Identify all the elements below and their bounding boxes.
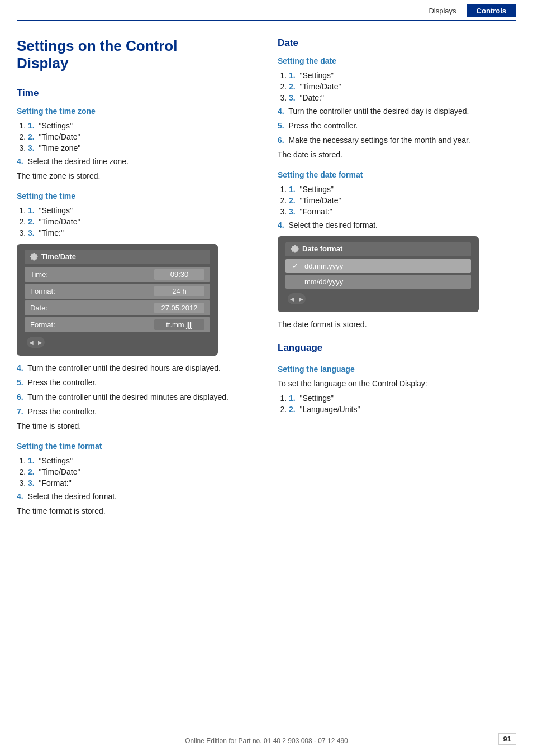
timezone-step4: 4. Select the desired time zone. xyxy=(17,157,255,166)
controller-knob-area-2: ◀ ▶ xyxy=(285,293,471,304)
settime-note: The time is stored. xyxy=(17,422,255,430)
screen-row-time: Time: 09:30 xyxy=(25,267,210,282)
list-item: 2. "Time/Date" xyxy=(28,217,255,226)
dateformat-screen-titlebar: Date format xyxy=(285,242,471,256)
gear-icon xyxy=(291,245,299,253)
top-navigation: Displays Controls xyxy=(17,0,516,21)
setdate-step4: 4. Turn the controller until the desired… xyxy=(278,107,516,116)
arrow-right-icon: ▶ xyxy=(38,339,42,346)
list-item: 1. "Settings" xyxy=(28,456,255,465)
timezone-note: The time zone is stored. xyxy=(17,171,255,180)
list-item: 1. "Settings" xyxy=(289,394,516,403)
list-item: 3. "Date:" xyxy=(289,93,516,102)
settime-step4: 4. Turn the controller until the desired… xyxy=(17,363,255,372)
list-item: 2. "Time/Date" xyxy=(289,82,516,91)
settime-step5: 5. Press the controller. xyxy=(17,378,255,387)
left-column: Settings on the Control Display Time Set… xyxy=(17,37,255,521)
right-column: Date Setting the date 1. "Settings" 2. "… xyxy=(278,37,516,521)
dateformat-steps: 1. "Settings" 2. "Time/Date" 3. "Format:… xyxy=(289,185,516,216)
main-content: Settings on the Control Display Time Set… xyxy=(0,21,533,554)
list-item: 2. "Language/Units" xyxy=(289,405,516,414)
timedate-screen: Time/Date Time: 09:30 Format: 24 h Date:… xyxy=(17,244,218,356)
checkmark-icon: ✓ xyxy=(292,262,300,270)
list-item: 3. "Time:" xyxy=(28,228,255,237)
screen-row-dateformat: Format: tt.mm.jjjj xyxy=(25,317,210,332)
section-date: Date xyxy=(278,37,516,49)
arrow-left-icon: ◀ xyxy=(29,339,34,346)
dateformat-step4: 4. Select the desired format. xyxy=(278,221,516,229)
checkmark-icon-empty xyxy=(292,277,300,286)
list-item: 2. "Time/Date" xyxy=(28,467,255,476)
list-item: 3. "Time zone" xyxy=(28,143,255,152)
tab-controls[interactable]: Controls xyxy=(467,4,516,17)
controller-knob-area: ◀ ▶ xyxy=(25,337,210,348)
list-item: 1. "Settings" xyxy=(28,121,255,130)
list-item: 2. "Time/Date" xyxy=(28,132,255,141)
setlang-steps: 1. "Settings" 2. "Language/Units" xyxy=(289,394,516,414)
subsection-setdate: Setting the date xyxy=(278,56,516,65)
screen-row-format: Format: 24 h xyxy=(25,284,210,299)
subsection-setlang: Setting the language xyxy=(278,365,516,374)
timeformat-note: The time format is stored. xyxy=(17,506,255,515)
list-item: 3. "Format:" xyxy=(28,479,255,487)
setlang-intro: To set the language on the Control Displ… xyxy=(278,379,516,388)
gear-icon xyxy=(30,253,38,261)
subsection-settime: Setting the time xyxy=(17,192,255,200)
subsection-timeformat: Setting the time format xyxy=(17,442,255,451)
list-item: 1. "Settings" xyxy=(289,71,516,80)
setdate-steps: 1. "Settings" 2. "Time/Date" 3. "Date:" xyxy=(289,71,516,102)
setdate-note: The date is stored. xyxy=(278,150,516,159)
screen-row-date: Date: 27.05.2012 xyxy=(25,300,210,315)
list-item: 3. "Format:" xyxy=(289,207,516,216)
dateformat-option-1: ✓ dd.mm.yyyy xyxy=(285,259,471,273)
dateformat-screen: Date format ✓ dd.mm.yyyy mm/dd/yyyy ◀ ▶ xyxy=(278,236,479,312)
setdate-step5: 5. Press the controller. xyxy=(278,121,516,130)
setdate-step6: 6. Make the necessary settings for the m… xyxy=(278,136,516,145)
arrow-right-icon-2: ▶ xyxy=(299,296,303,302)
footer-text: Online Edition for Part no. 01 40 2 903 … xyxy=(185,737,348,745)
section-time: Time xyxy=(17,88,255,99)
dateformat-option-2: mm/dd/yyyy xyxy=(285,275,471,289)
footer: Online Edition for Part no. 01 40 2 903 … xyxy=(0,737,533,745)
page-number: 91 xyxy=(498,733,516,745)
controller-knob: ◀ ▶ xyxy=(27,337,45,348)
timeformat-steps: 1. "Settings" 2. "Time/Date" 3. "Format:… xyxy=(28,456,255,487)
page-title: Settings on the Control Display xyxy=(17,37,255,72)
arrow-left-icon-2: ◀ xyxy=(290,296,294,302)
timezone-steps: 1. "Settings" 2. "Time/Date" 3. "Time zo… xyxy=(28,121,255,152)
settime-step7: 7. Press the controller. xyxy=(17,407,255,416)
subsection-timezone: Setting the time zone xyxy=(17,107,255,116)
list-item: 1. "Settings" xyxy=(289,185,516,194)
controller-knob-2: ◀ ▶ xyxy=(288,293,306,304)
subsection-dateformat: Setting the date format xyxy=(278,170,516,179)
tab-displays[interactable]: Displays xyxy=(418,4,466,17)
dateformat-note: The date format is stored. xyxy=(278,320,516,329)
screen-titlebar: Time/Date xyxy=(25,250,210,264)
timeformat-step4: 4. Select the desired format. xyxy=(17,492,255,501)
list-item: 2. "Time/Date" xyxy=(289,196,516,205)
list-item: 1. "Settings" xyxy=(28,206,255,215)
dateformat-screen-title: Date format xyxy=(302,245,342,253)
section-language: Language xyxy=(278,342,516,353)
screen-title: Time/Date xyxy=(41,252,76,261)
settime-steps: 1. "Settings" 2. "Time/Date" 3. "Time:" xyxy=(28,206,255,237)
settime-step6: 6. Turn the controller until the desired… xyxy=(17,393,255,401)
